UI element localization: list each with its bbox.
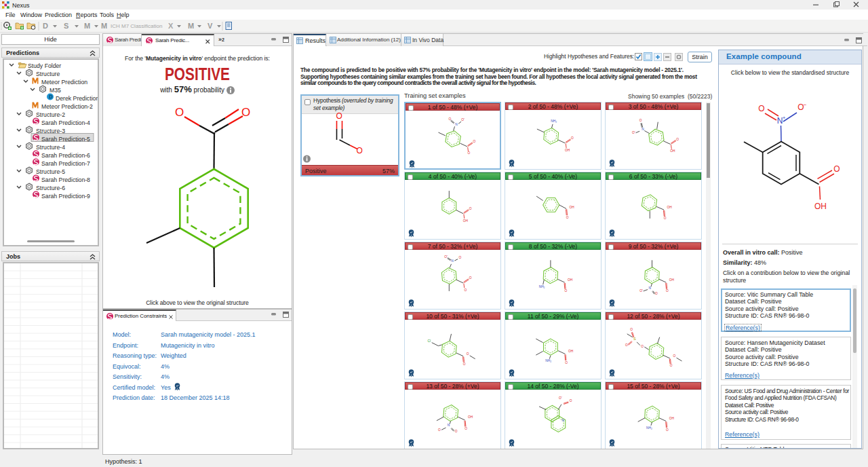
svg-text:V: V xyxy=(208,22,213,30)
svg-text:O: O xyxy=(336,112,342,121)
svg-text:O: O xyxy=(655,293,658,296)
svg-text:NH₂: NH₂ xyxy=(539,285,545,288)
svg-text:N: N xyxy=(455,123,458,126)
svg-text:O: O xyxy=(467,151,470,155)
svg-text:O: O xyxy=(676,138,679,141)
svg-text:O: O xyxy=(464,288,467,292)
svg-text:O: O xyxy=(465,427,467,430)
svg-text:Meteor Prediction-2: Meteor Prediction-2 xyxy=(41,103,93,110)
svg-text:Sarah Prediction-8: Sarah Prediction-8 xyxy=(41,176,90,183)
svg-text:NH₂: NH₂ xyxy=(551,120,557,124)
svg-text:N: N xyxy=(649,286,652,290)
svg-text:Study Folder: Study Folder xyxy=(28,62,61,69)
svg-text:O: O xyxy=(758,104,764,113)
svg-text:S: S xyxy=(64,22,68,30)
svg-text:O: O xyxy=(463,362,466,366)
svg-text:O: O xyxy=(565,361,568,365)
svg-text:M: M xyxy=(188,22,194,30)
svg-text:M35: M35 xyxy=(50,87,61,94)
svg-text:OH: OH xyxy=(669,278,675,282)
svg-text:O': O' xyxy=(639,289,643,293)
svg-text:O: O xyxy=(833,164,840,174)
svg-text:O': O' xyxy=(461,118,465,122)
svg-text:Cl: Cl xyxy=(427,339,431,343)
svg-text:OH: OH xyxy=(669,417,675,420)
svg-text:Structure-4: Structure-4 xyxy=(36,144,65,151)
svg-text:O: O xyxy=(469,276,472,280)
svg-text:O: O xyxy=(571,136,574,140)
svg-text:Derek Prediction-: Derek Prediction- xyxy=(56,95,98,102)
svg-text:Structure-3: Structure-3 xyxy=(36,128,65,134)
svg-text:OH: OH xyxy=(568,278,573,282)
svg-text:O: O xyxy=(455,430,458,433)
svg-text:Sarah Prediction-9: Sarah Prediction-9 xyxy=(41,193,90,200)
svg-text:Structure-2: Structure-2 xyxy=(36,111,65,118)
svg-text:Sarah Prediction-7: Sarah Prediction-7 xyxy=(41,160,90,167)
svg-text:Structure: Structure xyxy=(36,71,60,77)
svg-text:O: O xyxy=(458,256,461,259)
svg-text:O: O xyxy=(625,343,628,347)
svg-text:M: M xyxy=(84,22,90,30)
svg-text:O: O xyxy=(673,354,675,358)
svg-text:N: N xyxy=(448,424,450,428)
svg-text:NH₂: NH₂ xyxy=(545,360,551,363)
svg-text:N: N xyxy=(562,419,565,422)
svg-text:N: N xyxy=(642,128,644,131)
svg-text:O: O xyxy=(175,106,184,119)
svg-text:Structure-5: Structure-5 xyxy=(36,168,65,175)
svg-text:O: O xyxy=(570,400,572,403)
svg-text:OH: OH xyxy=(565,149,570,152)
svg-text:M: M xyxy=(101,22,107,30)
svg-text:Meteor Prediction: Meteor Prediction xyxy=(41,79,87,86)
svg-text:O: O xyxy=(473,140,475,143)
svg-text:O: O xyxy=(666,290,669,293)
svg-text:D: D xyxy=(43,22,48,30)
svg-text:OH: OH xyxy=(814,202,827,211)
svg-text:N: N xyxy=(451,260,454,263)
svg-text:O: O xyxy=(664,217,667,221)
svg-text:Structure-6: Structure-6 xyxy=(36,185,65,191)
svg-text:O': O' xyxy=(632,131,635,134)
svg-text:ICH M7 Classification: ICH M7 Classification xyxy=(111,23,162,29)
svg-text:O: O xyxy=(566,216,569,219)
svg-text:X: X xyxy=(168,22,174,30)
svg-text:O: O xyxy=(357,146,363,155)
svg-text:OH: OH xyxy=(670,150,675,153)
svg-text:O: O xyxy=(641,345,644,348)
svg-text:O: O xyxy=(469,207,472,210)
svg-text:O: O xyxy=(467,352,469,356)
svg-text:OH: OH xyxy=(569,206,574,209)
svg-text:O: O xyxy=(438,428,441,432)
svg-text:O: O xyxy=(666,428,669,432)
svg-text:Sarah Prediction-6: Sarah Prediction-6 xyxy=(41,152,90,159)
svg-text:Sarah Prediction-4: Sarah Prediction-4 xyxy=(41,119,90,126)
svg-text:Sarah Prediction-5: Sarah Prediction-5 xyxy=(41,136,90,143)
svg-text:OH: OH xyxy=(468,416,473,419)
svg-text:OH: OH xyxy=(568,350,574,353)
svg-text:NH₂: NH₂ xyxy=(646,426,652,430)
svg-text:O': O' xyxy=(559,397,562,400)
svg-text:OH: OH xyxy=(667,206,672,209)
svg-text:OH: OH xyxy=(463,219,469,223)
svg-text:−: − xyxy=(804,102,807,108)
svg-text:O: O xyxy=(564,290,567,293)
svg-text:O: O xyxy=(639,119,642,122)
svg-text:S: S xyxy=(633,337,636,341)
svg-text:O': O' xyxy=(444,255,448,259)
svg-text:O: O xyxy=(670,364,673,367)
svg-text:O: O xyxy=(630,328,633,331)
svg-text:O: O xyxy=(448,117,451,121)
